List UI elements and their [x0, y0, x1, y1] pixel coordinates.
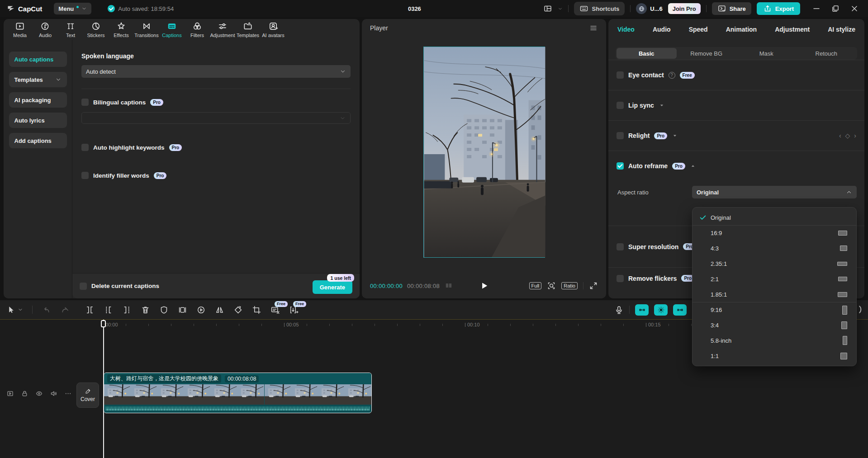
speed-button[interactable] — [196, 305, 206, 315]
toolbar-item[interactable]: Effects — [109, 21, 134, 38]
delete-right-button[interactable] — [122, 305, 132, 315]
auto-reframe-checkbox[interactable] — [617, 162, 624, 170]
layout-chevron-icon[interactable] — [558, 6, 563, 11]
lip-sync-checkbox[interactable] — [617, 102, 624, 109]
aspect-ratio-select[interactable]: Original — [692, 186, 857, 198]
playhead-handle[interactable] — [101, 320, 106, 327]
chevron-down-icon[interactable] — [672, 132, 678, 139]
delete-caption-tool[interactable]: Free — [270, 305, 280, 315]
shortcuts-button[interactable]: Shortcuts — [574, 2, 625, 15]
toolbar-item[interactable]: Text — [58, 21, 83, 38]
playhead-line[interactable] — [103, 320, 104, 458]
overlay-button[interactable] — [178, 305, 187, 315]
aspect-ratio-option[interactable]: 4:3 — [693, 241, 856, 256]
link-left-toggle[interactable] — [635, 304, 649, 316]
aspect-ratio-option[interactable]: 2.35:1 — [693, 256, 856, 271]
identify-filler-checkbox[interactable] — [81, 172, 89, 179]
toolbar-item[interactable]: Stickers — [83, 21, 109, 38]
sidebar-item[interactable]: AI packaging — [9, 92, 67, 108]
aspect-ratio-option[interactable]: 16:9 — [693, 225, 856, 241]
mute-icon[interactable] — [50, 390, 57, 397]
toolbar-item[interactable]: Templates — [235, 21, 261, 38]
lock-icon[interactable] — [21, 390, 28, 397]
sidebar-item[interactable]: Auto captions — [9, 52, 67, 67]
relight-checkbox[interactable] — [617, 132, 624, 139]
crop-button[interactable] — [252, 305, 261, 315]
delete-button[interactable] — [141, 305, 150, 315]
generate-button[interactable]: Generate — [313, 280, 352, 294]
auto-highlight-checkbox[interactable] — [81, 144, 89, 151]
mirror-button[interactable] — [215, 305, 224, 315]
aspect-ratio-option[interactable]: 5.8-inch — [693, 333, 856, 348]
toolbar-item[interactable]: Captions — [159, 21, 185, 38]
undo-button[interactable] — [42, 305, 51, 315]
full-button[interactable]: Full — [529, 282, 542, 289]
frame-view-icon[interactable] — [444, 281, 453, 290]
keyframe-next-icon[interactable]: › — [854, 132, 856, 139]
aspect-ratio-option[interactable]: 9:16 — [693, 302, 856, 317]
toolbar-item[interactable]: Audio — [33, 21, 58, 38]
bilingual-captions-checkbox[interactable] — [81, 99, 89, 106]
help-icon[interactable]: ? — [669, 72, 675, 79]
sidebar-item[interactable]: Templates — [9, 72, 67, 87]
video-subtab[interactable]: Remove BG — [677, 48, 737, 59]
minimize-button[interactable] — [812, 4, 821, 13]
split-button[interactable] — [85, 305, 95, 315]
aspect-ratio-option[interactable]: 3:4 — [693, 317, 856, 333]
eye-contact-checkbox[interactable] — [617, 71, 624, 79]
join-pro-button[interactable]: Join Pro — [668, 3, 701, 14]
remove-flickers-checkbox[interactable] — [617, 275, 624, 282]
zoom-fit-icon[interactable] — [547, 281, 556, 290]
ratio-button[interactable]: Ratio — [561, 282, 578, 289]
export-button[interactable]: Export — [757, 2, 800, 15]
share-button[interactable]: Share — [712, 2, 751, 15]
menu-button[interactable]: Menu — [54, 3, 91, 14]
fullscreen-icon[interactable] — [589, 281, 598, 290]
close-button[interactable] — [850, 4, 859, 13]
more-icon[interactable] — [64, 390, 72, 397]
redo-button[interactable] — [60, 305, 70, 315]
keyframe-prev-icon[interactable]: ‹ — [839, 132, 841, 139]
toolbar-item[interactable]: Media — [7, 21, 33, 38]
video-clip[interactable]: 大树、路灯与宿舍，这是大学校园的傍晚景象 00:00:08:08 — [104, 373, 372, 413]
toolbar-item[interactable]: AI avatars — [261, 21, 286, 38]
keyframe-add-icon[interactable]: ◇ — [845, 132, 850, 139]
sidebar-item[interactable]: Add captions — [9, 133, 67, 148]
chevron-down-icon[interactable] — [659, 102, 665, 109]
settings-tab[interactable]: Audio — [653, 26, 671, 33]
spoken-language-select[interactable]: Auto detect — [81, 65, 351, 78]
settings-tab[interactable]: Adjustment — [775, 26, 810, 33]
aspect-ratio-option[interactable]: 2:1 — [693, 271, 856, 287]
settings-tab[interactable]: AI stylize — [828, 26, 855, 33]
settings-tab[interactable]: Speed — [689, 26, 708, 33]
visibility-icon[interactable] — [35, 390, 43, 397]
settings-tab[interactable]: Animation — [726, 26, 757, 33]
player-menu-icon[interactable] — [589, 24, 598, 33]
super-resolution-checkbox[interactable] — [617, 243, 624, 250]
toolbar-item[interactable]: Transitions — [134, 21, 159, 38]
maximize-button[interactable] — [831, 4, 840, 13]
delete-left-button[interactable] — [104, 305, 113, 315]
delete-captions-checkbox[interactable] — [80, 283, 87, 290]
play-button[interactable] — [479, 281, 489, 291]
video-subtab[interactable]: Basic — [617, 48, 677, 59]
extract-tool[interactable]: Free — [289, 305, 299, 315]
link-right-toggle[interactable] — [673, 304, 687, 316]
video-preview[interactable] — [423, 47, 545, 258]
aspect-ratio-option[interactable]: Original — [693, 210, 856, 225]
mask-button[interactable] — [159, 305, 169, 315]
select-tool[interactable] — [6, 305, 16, 315]
cover-button[interactable]: Cover — [76, 382, 99, 408]
user-account[interactable]: U...6 — [636, 3, 662, 14]
magnet-toggle[interactable] — [654, 304, 668, 316]
layout-icon[interactable] — [543, 4, 552, 13]
chevron-up-icon[interactable] — [690, 163, 696, 169]
microphone-icon[interactable] — [614, 305, 624, 315]
video-subtab[interactable]: Retouch — [797, 48, 857, 59]
rotate-button[interactable] — [233, 305, 243, 315]
settings-tab[interactable]: Video — [617, 26, 635, 33]
aspect-ratio-option[interactable]: 1.85:1 — [693, 287, 856, 302]
video-subtab[interactable]: Mask — [736, 48, 797, 59]
toolbar-item[interactable]: Filters — [185, 21, 210, 38]
sidebar-item[interactable]: Auto lyrics — [9, 113, 67, 128]
